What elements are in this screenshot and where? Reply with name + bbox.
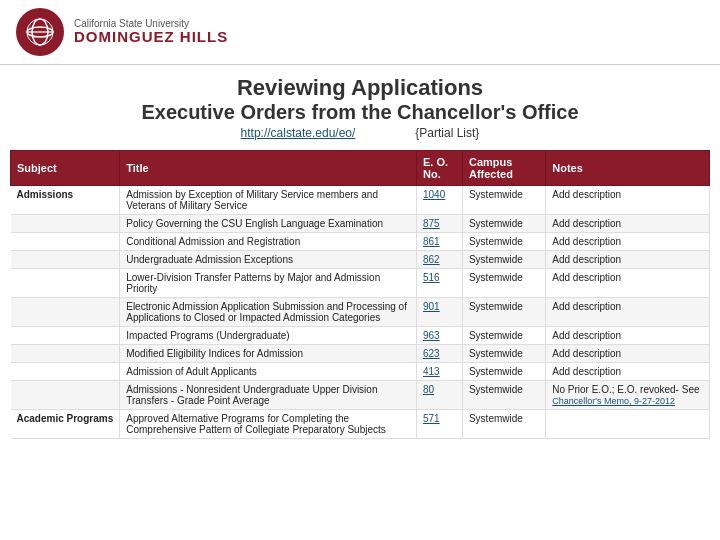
table-row: Electronic Admission Application Submiss… xyxy=(11,298,710,327)
cell-notes: Add description xyxy=(546,251,710,269)
table-row: Policy Governing the CSU English Languag… xyxy=(11,215,710,233)
cell-campus: Systemwide xyxy=(462,251,545,269)
col-eo-no: E. O. No. xyxy=(416,151,462,186)
cell-subject xyxy=(11,215,120,233)
cell-campus: Systemwide xyxy=(462,327,545,345)
cell-subject xyxy=(11,363,120,381)
table-row: AdmissionsAdmission by Exception of Mili… xyxy=(11,186,710,215)
cell-notes: Add description xyxy=(546,233,710,251)
cell-campus: Systemwide xyxy=(462,269,545,298)
table-row: Conditional Admission and Registration86… xyxy=(11,233,710,251)
cell-title: Admission by Exception of Military Servi… xyxy=(120,186,417,215)
cell-eo-no[interactable]: 901 xyxy=(416,298,462,327)
cell-title: Electronic Admission Application Submiss… xyxy=(120,298,417,327)
cell-eo-no[interactable]: 571 xyxy=(416,410,462,439)
cell-notes: Add description xyxy=(546,186,710,215)
table-row: Admissions - Nonresident Undergraduate U… xyxy=(11,381,710,410)
cell-title: Impacted Programs (Undergraduate) xyxy=(120,327,417,345)
cell-eo-no[interactable]: 862 xyxy=(416,251,462,269)
cell-title: Policy Governing the CSU English Languag… xyxy=(120,215,417,233)
cell-notes: Add description xyxy=(546,298,710,327)
cell-title: Admissions - Nonresident Undergraduate U… xyxy=(120,381,417,410)
logo-circle xyxy=(16,8,64,56)
page-title-line1: Reviewing Applications xyxy=(0,75,720,101)
eo-link[interactable]: http://calstate.edu/eo/ xyxy=(241,126,356,140)
cell-notes: Add description xyxy=(546,327,710,345)
table-row: Impacted Programs (Undergraduate)963Syst… xyxy=(11,327,710,345)
cell-title: Lower-Division Transfer Patterns by Majo… xyxy=(120,269,417,298)
cell-campus: Systemwide xyxy=(462,363,545,381)
cell-notes: Add description xyxy=(546,363,710,381)
cell-campus: Systemwide xyxy=(462,410,545,439)
cell-title: Conditional Admission and Registration xyxy=(120,233,417,251)
col-title: Title xyxy=(120,151,417,186)
cell-eo-no[interactable]: 963 xyxy=(416,327,462,345)
col-notes: Notes xyxy=(546,151,710,186)
col-campus: Campus Affected xyxy=(462,151,545,186)
cell-notes xyxy=(546,410,710,439)
logo-area: California State University DOMINGUEZ HI… xyxy=(16,8,228,56)
cell-title: Approved Alternative Programs for Comple… xyxy=(120,410,417,439)
table-row: Modified Eligibility Indices for Admissi… xyxy=(11,345,710,363)
cell-subject xyxy=(11,298,120,327)
cell-campus: Systemwide xyxy=(462,298,545,327)
dh-line: DOMINGUEZ HILLS xyxy=(74,29,228,46)
table-row: Admission of Adult Applicants413Systemwi… xyxy=(11,363,710,381)
cell-subject xyxy=(11,345,120,363)
cell-title: Undergraduate Admission Exceptions xyxy=(120,251,417,269)
page-header: California State University DOMINGUEZ HI… xyxy=(0,0,720,65)
cell-campus: Systemwide xyxy=(462,381,545,410)
cell-subject xyxy=(11,327,120,345)
cell-notes: Add description xyxy=(546,345,710,363)
cell-eo-no[interactable]: 861 xyxy=(416,233,462,251)
page-title-line2: Executive Orders from the Chancellor's O… xyxy=(0,101,720,124)
cell-campus: Systemwide xyxy=(462,186,545,215)
cell-eo-no[interactable]: 875 xyxy=(416,215,462,233)
table-row: Undergraduate Admission Exceptions862Sys… xyxy=(11,251,710,269)
cell-notes: No Prior E.O.; E.O. revoked- See Chancel… xyxy=(546,381,710,410)
chancellors-memo-link[interactable]: Chancellor's Memo, 9-27-2012 xyxy=(552,396,675,406)
cell-subject: Admissions xyxy=(11,186,120,215)
logo-text: California State University DOMINGUEZ HI… xyxy=(74,18,228,46)
table-header-row: Subject Title E. O. No. Campus Affected … xyxy=(11,151,710,186)
table-container: Subject Title E. O. No. Campus Affected … xyxy=(0,150,720,439)
col-subject: Subject xyxy=(11,151,120,186)
table-row: Academic ProgramsApproved Alternative Pr… xyxy=(11,410,710,439)
cell-subject xyxy=(11,233,120,251)
cell-subject xyxy=(11,381,120,410)
table-row: Lower-Division Transfer Patterns by Majo… xyxy=(11,269,710,298)
cell-campus: Systemwide xyxy=(462,233,545,251)
cell-eo-no[interactable]: 80 xyxy=(416,381,462,410)
cell-eo-no[interactable]: 413 xyxy=(416,363,462,381)
cell-title: Modified Eligibility Indices for Admissi… xyxy=(120,345,417,363)
title-section: Reviewing Applications Executive Orders … xyxy=(0,65,720,144)
cell-notes: Add description xyxy=(546,215,710,233)
cell-notes: Add description xyxy=(546,269,710,298)
partial-list-label: {Partial List} xyxy=(415,126,479,140)
cell-subject xyxy=(11,251,120,269)
cell-eo-no[interactable]: 623 xyxy=(416,345,462,363)
cell-subject: Academic Programs xyxy=(11,410,120,439)
cell-campus: Systemwide xyxy=(462,345,545,363)
eo-table: Subject Title E. O. No. Campus Affected … xyxy=(10,150,710,439)
cell-eo-no[interactable]: 516 xyxy=(416,269,462,298)
cell-campus: Systemwide xyxy=(462,215,545,233)
cell-subject xyxy=(11,269,120,298)
cell-title: Admission of Adult Applicants xyxy=(120,363,417,381)
cell-eo-no[interactable]: 1040 xyxy=(416,186,462,215)
